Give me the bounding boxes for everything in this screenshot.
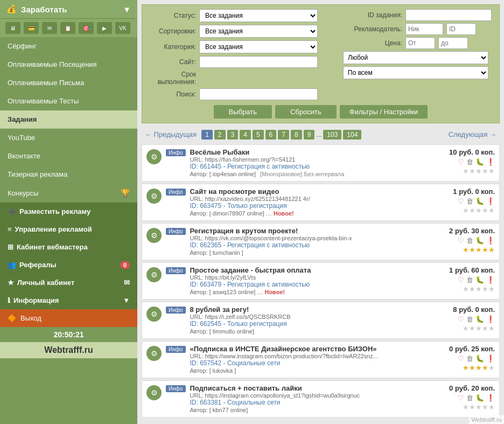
bug-icon[interactable]: 🐛	[475, 355, 484, 363]
sidebar-nav-item-7[interactable]: Тизерная реклама	[0, 165, 137, 184]
sidebar-info[interactable]: ℹ Информация ▼	[0, 291, 137, 309]
alert-icon[interactable]: ❗	[486, 158, 495, 166]
task-id-link[interactable]: ID: 657542 - Социальные сети	[190, 359, 432, 367]
icon-btn-3[interactable]: ✉	[42, 22, 57, 34]
status-select[interactable]: Все задания	[199, 9, 318, 22]
site-input[interactable]	[199, 56, 318, 68]
task-info-button[interactable]: Инфо	[166, 307, 186, 314]
icon-btn-1[interactable]: 🖥	[5, 22, 20, 34]
page-1[interactable]: 1	[201, 130, 213, 140]
task-info-button[interactable]: Инфо	[166, 149, 186, 156]
settings-button[interactable]: Фильтры / Настройки	[340, 105, 428, 119]
trash-icon[interactable]: 🗑	[466, 276, 473, 284]
search-input[interactable]	[199, 88, 318, 100]
icon-btn-vk[interactable]: VK	[115, 22, 130, 34]
earn-menu[interactable]: 💰 Заработать ▼	[0, 0, 137, 18]
nick-input[interactable]	[405, 23, 443, 35]
task-id-link[interactable]: ID: 662365 - Регистрация с активностью	[190, 241, 432, 249]
favorite-icon[interactable]: ♡	[458, 237, 464, 245]
bug-icon[interactable]: 🐛	[475, 394, 484, 402]
sidebar-nav-item-8[interactable]: Конкурсы🏆	[0, 184, 137, 203]
page-103[interactable]: 103	[323, 130, 341, 140]
task-info-button[interactable]: Инфо	[166, 385, 186, 392]
info-icon: ℹ	[8, 296, 10, 304]
task-info-button[interactable]: Инфо	[166, 189, 186, 196]
favorite-icon[interactable]: ♡	[458, 315, 464, 323]
icon-btn-2[interactable]: 💳	[24, 22, 39, 34]
page-4[interactable]: 4	[240, 130, 251, 140]
alert-icon[interactable]: ❗	[486, 197, 495, 205]
icon-btn-4[interactable]: 📋	[60, 22, 75, 34]
page-8[interactable]: 8	[291, 130, 302, 140]
task-info-button[interactable]: Инфо	[166, 267, 186, 274]
bug-icon[interactable]: 🐛	[475, 237, 484, 245]
webmaster-label: Кабинет вебмастера	[17, 243, 88, 251]
sidebar-nav-item-3[interactable]: Оплачиваемые Тесты	[0, 92, 137, 110]
sort-select[interactable]: Все задания	[199, 25, 318, 38]
category-select[interactable]: Все задания	[199, 40, 318, 53]
alert-icon[interactable]: ❗	[486, 315, 495, 323]
task-info-button[interactable]: Инфо	[166, 228, 186, 235]
sidebar-nav-item-0[interactable]: Сёрфинг	[0, 37, 137, 55]
task-info-button[interactable]: Инфо	[166, 346, 186, 353]
sidebar-manage-ad[interactable]: ≡ Управление рекламой	[0, 220, 137, 238]
favorite-icon[interactable]: ♡	[458, 394, 464, 402]
favorite-icon[interactable]: ♡	[458, 158, 464, 166]
task-id-link[interactable]: ID: 663381 - Социальные сети	[190, 399, 432, 406]
adv-id-input[interactable]	[446, 23, 476, 35]
price-from-input[interactable]	[405, 37, 435, 49]
bug-icon[interactable]: 🐛	[475, 315, 484, 323]
trash-icon[interactable]: 🗑	[466, 158, 473, 166]
trash-icon[interactable]: 🗑	[466, 237, 473, 245]
task-content: Подписаться + поставить лайкиURL: https:…	[190, 384, 432, 414]
task-id-link[interactable]: ID: 663475 - Только регистрация	[190, 202, 432, 210]
price-to-input[interactable]	[438, 37, 468, 49]
task-id-link[interactable]: ID: 661445 - Регистрация с активностью	[190, 163, 432, 170]
filter-panel: Статус: Все задания Сортировки: Все зада…	[142, 4, 500, 123]
sidebar-exit[interactable]: 🔶 Выход	[0, 309, 137, 327]
page-104[interactable]: 104	[343, 130, 361, 140]
page-9[interactable]: 9	[304, 130, 315, 140]
alert-icon[interactable]: ❗	[486, 276, 495, 284]
trash-icon[interactable]: 🗑	[466, 197, 473, 205]
sidebar-nav-item-6[interactable]: Вконтакте	[0, 147, 137, 165]
prev-page[interactable]: ← Предыдущая	[142, 129, 200, 140]
trash-icon[interactable]: 🗑	[466, 355, 473, 363]
search-in-select[interactable]: По всем	[343, 66, 488, 79]
select-button[interactable]: Выбрать	[214, 105, 272, 119]
sidebar-cabinet[interactable]: ★ Личный кабинет ✉	[0, 274, 137, 291]
sidebar-nav-item-2[interactable]: Оплачиваемые Письма	[0, 74, 137, 92]
task-id-link[interactable]: ID: 663479 - Регистрация с активностью	[190, 281, 432, 288]
bug-icon[interactable]: 🐛	[475, 276, 484, 284]
alert-icon[interactable]: ❗	[486, 237, 495, 245]
trash-icon[interactable]: 🗑	[466, 315, 473, 323]
sidebar-place-ad[interactable]: ➕ Разместить рекламу	[0, 203, 137, 220]
bug-icon[interactable]: 🐛	[475, 158, 484, 166]
alert-icon[interactable]: ❗	[486, 394, 495, 402]
page-7[interactable]: 7	[278, 130, 289, 140]
reset-button[interactable]: Сбросить	[275, 105, 337, 119]
next-page[interactable]: Следующая →	[445, 129, 500, 140]
task-id-link[interactable]: ID: 662545 - Только регистрация	[190, 320, 432, 328]
list-icon: ≡	[8, 225, 12, 233]
id-input[interactable]	[405, 9, 492, 21]
icon-btn-6[interactable]: ▶	[97, 22, 112, 34]
page-3[interactable]: 3	[227, 130, 239, 140]
sidebar-nav-item-4[interactable]: Задания	[0, 110, 137, 129]
sidebar-referrals[interactable]: 👥 Рефералы 0	[0, 256, 137, 274]
sidebar-nav-item-1[interactable]: Оплачиваемые Посещения	[0, 55, 137, 74]
favorite-icon[interactable]: ♡	[458, 276, 464, 284]
icon-btn-5[interactable]: 🎯	[79, 22, 94, 34]
sidebar-webmaster[interactable]: ⊞ Кабинет вебмастера	[0, 238, 137, 256]
bug-icon[interactable]: 🐛	[475, 197, 484, 205]
task-url: URL: http://xazvideo.xyz/62512134481221 …	[190, 196, 432, 202]
alert-icon[interactable]: ❗	[486, 355, 495, 363]
any-select[interactable]: Любой	[343, 51, 488, 64]
sidebar-nav-item-5[interactable]: YouTube	[0, 129, 137, 147]
favorite-icon[interactable]: ♡	[458, 355, 464, 363]
favorite-icon[interactable]: ♡	[458, 197, 464, 205]
page-2[interactable]: 2	[214, 130, 226, 140]
page-5[interactable]: 5	[253, 130, 264, 140]
trash-icon[interactable]: 🗑	[466, 394, 473, 402]
page-6[interactable]: 6	[265, 130, 277, 140]
